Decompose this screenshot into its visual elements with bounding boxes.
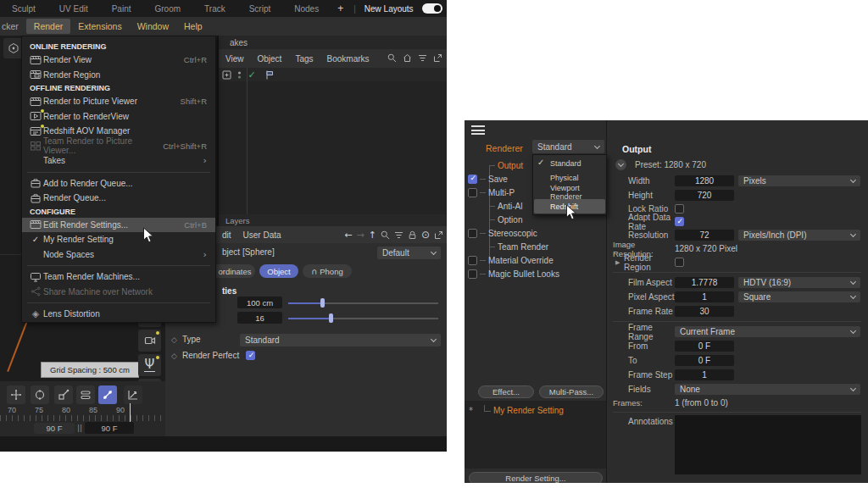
preset-collapse-icon[interactable] <box>615 159 626 170</box>
menu-item-render-to-picture-viewer[interactable]: Render to Picture Viewer Shift+R <box>22 94 215 109</box>
layout-tab-groom[interactable]: Groom <box>143 4 193 14</box>
save-checkbox[interactable] <box>468 175 477 184</box>
back-arrow-icon[interactable]: ← <box>344 230 352 241</box>
takes-menu-view[interactable]: View <box>219 54 251 64</box>
external-window-icon[interactable] <box>434 230 443 240</box>
takes-menu-bookmarks[interactable]: Bookmarks <box>320 54 376 64</box>
renderer-dropdown[interactable]: Standard <box>532 140 604 153</box>
external-window-icon[interactable] <box>433 53 442 63</box>
sidebar-item-material-override[interactable]: Material Override <box>465 253 606 267</box>
camera-mode-button[interactable] <box>138 330 161 352</box>
attribute-menu-edit-cut[interactable]: dit <box>216 230 237 240</box>
menu-item-team-render-machines[interactable]: Team Render Machines... <box>22 269 215 285</box>
pixel-aspect-dropdown[interactable]: Square <box>738 291 860 302</box>
layout-tab-sculpt[interactable]: Sculpt <box>0 4 47 14</box>
tab-coordinates[interactable]: ordinates <box>214 264 255 278</box>
menu-help[interactable]: Help <box>176 19 210 34</box>
layout-tab-track[interactable]: Track <box>192 4 237 14</box>
attribute-menu-user-data[interactable]: User Data <box>237 230 287 240</box>
end-frame-field[interactable]: 90 F <box>85 422 134 434</box>
search-icon[interactable] <box>381 230 390 240</box>
animation-curve-button[interactable] <box>124 385 142 404</box>
to-input[interactable]: 0 F <box>675 355 734 366</box>
frame-rate-input[interactable]: 30 <box>675 306 734 317</box>
film-aspect-dropdown[interactable]: HDTV (16:9) <box>738 277 860 288</box>
takes-menu-object[interactable]: Object <box>251 54 289 64</box>
add-layout-button[interactable]: + <box>331 3 350 14</box>
multi-pass-checkbox[interactable] <box>468 188 477 197</box>
layers-panel-tab[interactable]: Layers <box>219 214 447 226</box>
menu-render[interactable]: Render <box>26 19 70 34</box>
record-rotation-button[interactable] <box>31 385 49 404</box>
effect-button[interactable]: Effect... <box>478 385 534 398</box>
film-aspect-input[interactable]: 1.7778 <box>675 277 734 288</box>
menu-item-takes[interactable]: Takes › <box>22 153 215 169</box>
add-take-icon[interactable] <box>221 69 231 80</box>
timeline-playhead[interactable] <box>130 403 131 422</box>
timeline-ruler[interactable] <box>0 415 166 421</box>
menu-item-lens-distortion[interactable]: ◈ Lens Distortion <box>22 307 215 322</box>
workplane-mode-button[interactable]: Ψ <box>138 354 161 376</box>
record-scale-button[interactable] <box>54 385 73 404</box>
menu-item-node-spaces[interactable]: Node Spaces › <box>22 247 215 263</box>
current-frame-field[interactable]: 90 F <box>34 423 75 434</box>
new-layouts-label[interactable]: New Layouts <box>359 4 419 14</box>
filter-icon[interactable] <box>418 53 427 63</box>
segments-slider-handle[interactable] <box>329 313 333 323</box>
target-icon[interactable]: ⊙ <box>421 229 430 241</box>
lock-ratio-checkbox[interactable] <box>675 204 684 214</box>
my-render-setting-item[interactable]: * My Render Setting <box>465 406 564 415</box>
adapt-data-rate-checkbox[interactable] <box>675 217 684 226</box>
timeline[interactable]: 70 75 80 85 90 90 F || 90 F <box>0 381 166 436</box>
render-region-checkbox[interactable] <box>675 258 684 267</box>
layout-tab-uv-edit[interactable]: UV Edit <box>47 4 100 14</box>
frame-range-dropdown[interactable]: Current Frame <box>675 326 860 337</box>
render-setting-button[interactable]: Render Setting... <box>469 472 603 483</box>
fields-dropdown[interactable]: None <box>675 384 860 395</box>
flag-icon[interactable] <box>264 69 275 80</box>
menu-extensions[interactable]: Extensions <box>70 19 129 34</box>
width-unit-dropdown[interactable]: Pixels <box>738 175 860 186</box>
tab-object[interactable]: Object <box>259 264 298 278</box>
menu-item-render-region[interactable]: Render Region <box>22 68 215 83</box>
renderer-option-physical[interactable]: Physical <box>534 170 605 185</box>
resolution-unit-dropdown[interactable]: Pixels/Inch (DPI) <box>738 230 860 241</box>
menu-item-render-queue[interactable]: Render Queue... <box>22 191 215 206</box>
menu-item-render-view[interactable]: Render View Ctrl+R <box>22 53 215 68</box>
search-icon[interactable] <box>387 53 397 63</box>
menu-item-edit-render-settings[interactable]: Edit Render Settings... Ctrl+B <box>22 218 215 233</box>
sidebar-item-magic-bullet-looks[interactable]: Magic Bullet Looks <box>465 267 606 280</box>
record-parameter-button[interactable] <box>76 385 95 404</box>
menu-item-render-to-renderview[interactable]: Render to RenderView <box>22 109 215 125</box>
renderer-option-standard[interactable]: ✓ Standard <box>534 156 605 170</box>
radius-slider-handle[interactable] <box>320 298 325 308</box>
preset-row[interactable]: Preset: 1280 x 720 <box>615 159 706 170</box>
height-input[interactable]: 720 <box>675 190 734 201</box>
tab-phong[interactable]: ∩ Phong <box>303 264 352 278</box>
layout-tab-paint[interactable]: Paint <box>100 4 143 14</box>
take-check-icon[interactable]: ✓ <box>247 69 257 80</box>
menu-tracker-cut[interactable]: cker <box>0 19 26 34</box>
new-layouts-toggle[interactable] <box>422 3 442 14</box>
frame-step-input[interactable]: 1 <box>675 369 734 380</box>
annotations-textarea[interactable] <box>675 415 861 474</box>
up-arrow-icon[interactable]: ↑ <box>369 230 376 241</box>
menu-item-add-to-render-queue[interactable]: Add to Render Queue... <box>22 176 215 191</box>
takes-menu-tags[interactable]: Tags <box>288 54 320 64</box>
menu-window[interactable]: Window <box>130 19 176 34</box>
forward-arrow-icon[interactable]: → <box>357 230 364 241</box>
render-perfect-checkbox[interactable] <box>246 351 255 360</box>
record-position-button[interactable] <box>7 385 25 404</box>
stereoscopic-checkbox[interactable] <box>468 229 477 238</box>
magic-bullet-looks-checkbox[interactable] <box>468 269 477 279</box>
takes-panel-tab[interactable]: akes <box>219 36 447 49</box>
take-dots-icon[interactable] <box>234 69 244 80</box>
layout-tab-script[interactable]: Script <box>237 4 283 14</box>
home-icon[interactable] <box>403 53 412 63</box>
lock-icon[interactable] <box>408 230 417 240</box>
renderer-option-viewport-renderer[interactable]: Viewport Renderer <box>534 185 605 199</box>
resolution-input[interactable]: 72 <box>675 230 734 241</box>
expander-icon[interactable]: ▶ <box>615 259 624 266</box>
hamburger-menu-icon[interactable] <box>471 125 485 137</box>
multi-pass-button[interactable]: Multi-Pass... <box>539 385 604 398</box>
